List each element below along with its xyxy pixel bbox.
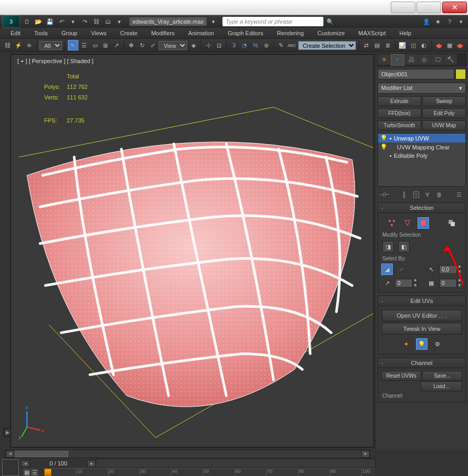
- search-input[interactable]: Type a keyword or phrase: [222, 17, 323, 26]
- expand-icon[interactable]: ▪: [390, 153, 392, 159]
- edge-subobj-icon[interactable]: [402, 217, 413, 229]
- lightbulb-icon[interactable]: 💡: [380, 135, 388, 141]
- percent-snap-icon[interactable]: %: [251, 40, 260, 50]
- menu-create[interactable]: Create: [115, 29, 143, 37]
- sel-by2-icon[interactable]: ⟋: [395, 264, 406, 275]
- tab-motion-icon[interactable]: ◎: [418, 54, 431, 65]
- snap-icon[interactable]: 3: [229, 40, 238, 50]
- rect-select-icon[interactable]: ▭: [90, 40, 99, 50]
- viewport[interactable]: ▶ [ + ] [ Perspective ] [ Shaded ] Total…: [11, 54, 374, 448]
- unique-icon[interactable]: ∀: [423, 190, 432, 199]
- shrink-sel-icon[interactable]: ◧: [398, 241, 410, 252]
- object-color-swatch[interactable]: [455, 69, 466, 79]
- menu-group[interactable]: Group: [56, 29, 83, 37]
- extrude-button[interactable]: Extrude: [378, 96, 421, 106]
- rollout-edituvs-header[interactable]: Edit UVs: [378, 296, 465, 306]
- pointer-icon[interactable]: ↗: [112, 40, 121, 50]
- tab-display-icon[interactable]: 🖵: [431, 54, 444, 65]
- unlink-tool-icon[interactable]: ⚡: [14, 40, 23, 50]
- link-icon[interactable]: ⛓: [91, 17, 101, 26]
- menu-rendering[interactable]: Rendering: [272, 29, 309, 37]
- quick-planar-icon[interactable]: 💡: [416, 338, 428, 350]
- spinner-down[interactable]: ▾: [457, 269, 462, 275]
- material-ed-icon[interactable]: ◐: [420, 40, 429, 50]
- sweep-button[interactable]: Sweep: [422, 96, 466, 106]
- menu-animation[interactable]: Animation: [183, 29, 219, 37]
- tweak-in-view-button[interactable]: Tweak In View: [382, 323, 462, 335]
- open-uv-editor-button[interactable]: Open UV Editor . . .: [382, 310, 462, 321]
- timeline-tool2-icon[interactable]: ☰: [31, 469, 38, 476]
- expand-icon[interactable]: ▪: [390, 135, 392, 141]
- spinner-up[interactable]: ▴: [457, 278, 462, 283]
- selection-filter-dropdown[interactable]: All: [39, 41, 62, 50]
- title-dropdown-icon[interactable]: ▾: [456, 17, 466, 26]
- menu-customize[interactable]: Customize: [312, 29, 350, 37]
- mirror-icon[interactable]: ⇄: [362, 40, 371, 50]
- editpoly-button[interactable]: Edit Poly: [422, 108, 466, 118]
- menu-views[interactable]: Views: [86, 29, 111, 37]
- save-icon[interactable]: 💾: [45, 17, 55, 26]
- uvwmap-button[interactable]: UVW Map: [422, 120, 466, 130]
- stack-editable-poly[interactable]: ▪ Editable Poly: [378, 151, 465, 160]
- grow-sel-icon[interactable]: ◨: [382, 241, 394, 252]
- timeline-tool1-icon[interactable]: ▦: [23, 469, 30, 476]
- face-subobj-icon[interactable]: [418, 217, 429, 229]
- tab-utilities-icon[interactable]: 🔨: [444, 54, 457, 65]
- modifier-stack[interactable]: 💡 ▪ Unwrap UVW 💡 UVW Mapping Clear ▪ Edi…: [378, 133, 466, 187]
- element-subobj-icon[interactable]: [446, 217, 457, 229]
- minimize-button[interactable]: ─: [391, 2, 415, 13]
- pivot-icon[interactable]: ◈: [189, 40, 198, 50]
- menu-edit[interactable]: Edit: [5, 29, 26, 37]
- help-icon[interactable]: ?: [445, 17, 454, 26]
- save-uvws-button[interactable]: Save...: [422, 371, 462, 381]
- quick-peel-icon[interactable]: ✦: [400, 338, 412, 350]
- move-tool-icon[interactable]: ✥: [127, 40, 136, 50]
- tab-hierarchy-icon[interactable]: 品: [405, 54, 418, 65]
- stack-unwrap-uvw[interactable]: 💡 ▪ Unwrap UVW: [378, 134, 465, 143]
- angle-snap-icon[interactable]: ◔: [240, 40, 249, 50]
- turbosmooth-button[interactable]: TurboSmooth: [378, 120, 421, 130]
- configure-sets-icon[interactable]: ☰: [454, 190, 464, 199]
- curve-ed-icon[interactable]: 📊: [398, 40, 407, 50]
- scroll-right-icon[interactable]: ▸: [361, 450, 370, 458]
- fav-icon[interactable]: ★: [433, 17, 443, 26]
- app-logo-icon[interactable]: 3: [2, 15, 20, 28]
- scroll-thumb[interactable]: [15, 451, 68, 457]
- spinner-up[interactable]: ▴: [413, 278, 418, 283]
- bind-tool-icon[interactable]: ≋: [25, 40, 34, 50]
- redo-icon[interactable]: ↷: [80, 17, 89, 26]
- dropdown-icon[interactable]: ▾: [68, 17, 78, 26]
- close-button[interactable]: ✕: [442, 2, 467, 13]
- point-sel-icon[interactable]: ↗: [381, 277, 393, 289]
- search-util-icon[interactable]: 🔍: [325, 17, 335, 26]
- scale-tool-icon[interactable]: ⤢: [148, 40, 157, 50]
- modifier-list-dropdown[interactable]: Modifier List▾: [378, 83, 466, 94]
- spinner-up[interactable]: ▴: [457, 264, 462, 269]
- dropdown2-icon[interactable]: ▾: [115, 17, 124, 26]
- project-icon[interactable]: 🗂: [103, 17, 113, 26]
- ffd-button[interactable]: FFD(box): [378, 108, 421, 118]
- filename-dropdown-icon[interactable]: ▾: [209, 17, 218, 26]
- quick-settings-icon[interactable]: ⚙: [432, 338, 443, 350]
- menu-modifiers[interactable]: Modifiers: [146, 29, 180, 37]
- window-cross-icon[interactable]: ⊞: [101, 40, 110, 50]
- time-slider-box[interactable]: [2, 459, 19, 476]
- rollout-selection-header[interactable]: Selection: [378, 203, 465, 213]
- maximize-button[interactable]: □: [416, 2, 441, 13]
- planar-angle-icon[interactable]: ◢: [381, 264, 393, 275]
- object-name-input[interactable]: Object001: [378, 69, 454, 79]
- tab-create-icon[interactable]: ✳: [378, 54, 390, 65]
- show-end-icon[interactable]: ║: [400, 190, 409, 199]
- ref-coord-dropdown[interactable]: View: [159, 41, 187, 50]
- render-icon[interactable]: 🫖: [456, 40, 465, 50]
- keymode-icon[interactable]: ⊡: [215, 40, 223, 50]
- signin-icon[interactable]: 👤: [422, 17, 431, 26]
- menu-help[interactable]: Help: [394, 29, 417, 37]
- rollout-channel-header[interactable]: Channel: [378, 358, 465, 368]
- angle-value-input[interactable]: 0,0: [439, 265, 457, 274]
- viewport-hscrollbar[interactable]: ◂ ▸: [5, 450, 370, 458]
- menu-maxscript[interactable]: MAXScript: [353, 29, 391, 37]
- val3-input[interactable]: 0: [439, 279, 457, 288]
- menu-grapheditors[interactable]: Graph Editors: [222, 29, 269, 37]
- stack-uvw-mapping-clear[interactable]: 💡 UVW Mapping Clear: [378, 143, 465, 151]
